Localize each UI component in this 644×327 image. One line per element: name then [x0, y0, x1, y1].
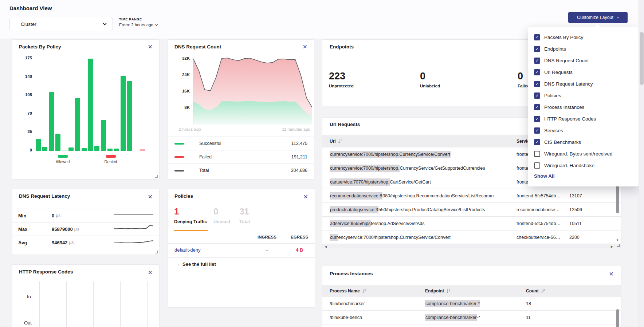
endpoint-highlight: compliance-benchmarker [425, 314, 477, 321]
close-icon[interactable]: ✕ [608, 270, 615, 278]
endpoint-cell: compliance-benchmarker-* [425, 297, 520, 311]
checkbox-checked-icon[interactable]: ✓ [534, 58, 540, 64]
service-cell: checkoutservice-56… [517, 231, 568, 244]
stat-value: 223 [329, 71, 354, 82]
table-row[interactable]: benchmarkercompliance-benchmarker-*9 [322, 324, 621, 327]
checkbox-checked-icon[interactable]: ✓ [534, 127, 540, 134]
legend-swatch [174, 156, 184, 158]
layout-menu-item[interactable]: Wireguard. Handshake [528, 159, 639, 171]
layout-menu-item[interactable]: ✓CIS Benchmarks [528, 136, 639, 148]
legend-value: 113,475 [291, 141, 307, 146]
page-scrollbar[interactable] [639, 0, 644, 327]
view-select[interactable]: Cluster [9, 17, 113, 31]
card-title: Policies [174, 193, 193, 199]
vertical-scrollbar[interactable] [616, 309, 619, 327]
layout-menu-item[interactable]: ✓DNS Request Latency [528, 78, 639, 90]
scroll-right-icon[interactable]: ▶ [611, 245, 613, 248]
chevron-down-icon [617, 16, 619, 18]
policy-name-link[interactable]: default-deny [174, 247, 201, 253]
layout-menu-item[interactable]: ✓HTTP Response Codes [528, 113, 639, 125]
sparkline-chart [114, 237, 153, 248]
chart-grid [39, 281, 155, 327]
time-range-value[interactable]: From: 2 hours ago [119, 23, 157, 27]
checkbox-checked-icon[interactable]: ✓ [534, 116, 540, 122]
table-row[interactable]: adservice:9555/hipstershop.AdService/Get… [322, 217, 621, 231]
checkbox-checked-icon[interactable]: ✓ [534, 69, 540, 75]
column-header-label: Count [526, 288, 539, 293]
customize-layout-button[interactable]: Customize Layout [568, 12, 628, 23]
customize-layout-label: Customize Layout [577, 15, 613, 20]
scroll-down-icon[interactable]: ▼ [616, 239, 619, 242]
resize-handle[interactable] [617, 244, 620, 247]
horizontal-scrollbar[interactable]: ◀ ▶ [322, 244, 621, 248]
view-select-value: Cluster [21, 21, 103, 27]
column-header-count[interactable]: Count [526, 285, 545, 297]
table-row[interactable]: /bin/benchmarkercompliance-benchmarker-*… [322, 297, 621, 311]
column-header-process-name[interactable]: Process Name [330, 285, 366, 297]
show-all-link[interactable]: Show All [534, 173, 555, 179]
close-icon[interactable]: ✕ [302, 193, 310, 201]
column-header-endpoint[interactable]: Endpoint [425, 285, 451, 297]
checkbox-unchecked-icon[interactable] [534, 151, 540, 157]
table-row[interactable]: /bin/kube-benchcompliance-benchmarker-*1… [322, 311, 621, 324]
legend-swatch [174, 170, 184, 172]
table-row[interactable]: currencyservice:7000/hipstershop.Currenc… [322, 231, 621, 244]
resize-handle[interactable] [155, 175, 158, 178]
url-text: CurrencyService/GetSupportedCurrencies [400, 166, 485, 171]
url-cell: currencyservice:7000/hipstershop.Currenc… [330, 161, 507, 175]
column-header-url[interactable]: Url [330, 135, 342, 147]
checkbox-checked-icon[interactable]: ✓ [534, 104, 540, 110]
layout-menu-item[interactable]: ✓Url Requests [528, 66, 639, 78]
y-axis-tick-label: 35 [16, 129, 32, 134]
scroll-left-icon[interactable]: ◀ [325, 245, 327, 248]
checkbox-checked-icon[interactable]: ✓ [534, 139, 540, 145]
layout-menu-item[interactable]: Wireguard. Bytes sent/received [528, 148, 639, 159]
layout-menu-item-label: Endpoints [544, 46, 566, 52]
checkbox-checked-icon[interactable]: ✓ [534, 81, 540, 87]
layout-menu-item[interactable]: ✓DNS Request Count [528, 55, 639, 66]
layout-menu-item[interactable]: ✓Process Instances [528, 101, 639, 113]
table-row[interactable]: recommendationservice:8080/hipstershop.R… [322, 189, 621, 203]
table-row[interactable]: productcatalogservice:3550/hipstershop.P… [322, 203, 621, 217]
close-icon[interactable]: ✕ [146, 193, 154, 201]
dashboard-page: Dashboard View Cluster TIME RANGE From: … [0, 0, 644, 327]
card-title: HTTP Response Codes [19, 269, 73, 275]
service-cell: frontend-5fc5754db… [517, 217, 568, 231]
service-cell: frontend-5fc5754db… [517, 189, 568, 203]
url-highlight: recommendationservice:8 [330, 192, 382, 200]
column-header-label: Url [330, 139, 336, 144]
policy-tab-denying-traffic[interactable]: 1Denying Traffic [174, 207, 207, 224]
checkbox-unchecked-icon[interactable] [534, 162, 540, 169]
sparkline-chart [114, 224, 153, 235]
policy-tab-total[interactable]: 31Total [239, 207, 250, 224]
close-icon[interactable]: ✕ [146, 43, 154, 51]
chart-bar [127, 81, 132, 151]
endpoint-highlight: compliance-benchmarker-* [425, 300, 480, 307]
policy-tab-unused[interactable]: 0Unused [213, 207, 230, 224]
layout-menu-item-label: Policies [544, 93, 561, 98]
chevron-down-icon [155, 23, 158, 25]
resize-handle[interactable] [155, 251, 158, 253]
layout-menu-item[interactable]: ✓Services [528, 125, 639, 136]
checkbox-checked-icon[interactable]: ✓ [534, 34, 540, 40]
layout-menu-item-label: CIS Benchmarks [544, 139, 581, 145]
close-icon[interactable]: ✕ [146, 268, 154, 277]
count-cell: 12506 [569, 203, 598, 217]
layout-menu-item[interactable]: ✓Endpoints [528, 43, 639, 55]
layout-menu-item[interactable]: ✓Policies [528, 90, 639, 101]
checkbox-checked-icon[interactable]: ✓ [534, 46, 540, 52]
latency-unit: µs [69, 240, 74, 245]
layout-menu-item-label: DNS Request Latency [544, 81, 593, 87]
latency-row: Avg946942µs [12, 236, 159, 249]
url-highlight: curr [330, 234, 338, 241]
latency-metric-label: Avg [18, 240, 52, 245]
y-axis-tick-label: 32K [174, 56, 190, 60]
y-axis-tick-label: 140 [16, 74, 32, 79]
url-cell: currencyservice:7000/hipstershop.Currenc… [330, 231, 507, 244]
card-title: DNS Request Latency [19, 193, 70, 199]
page-scrollbar-thumb[interactable] [640, 32, 644, 85]
close-icon[interactable]: ✕ [301, 43, 309, 51]
see-full-list-link[interactable]: See the full list [182, 261, 216, 267]
checkbox-checked-icon[interactable]: ✓ [534, 92, 540, 99]
layout-menu-item[interactable]: ✓Packets By Policy [528, 31, 639, 43]
